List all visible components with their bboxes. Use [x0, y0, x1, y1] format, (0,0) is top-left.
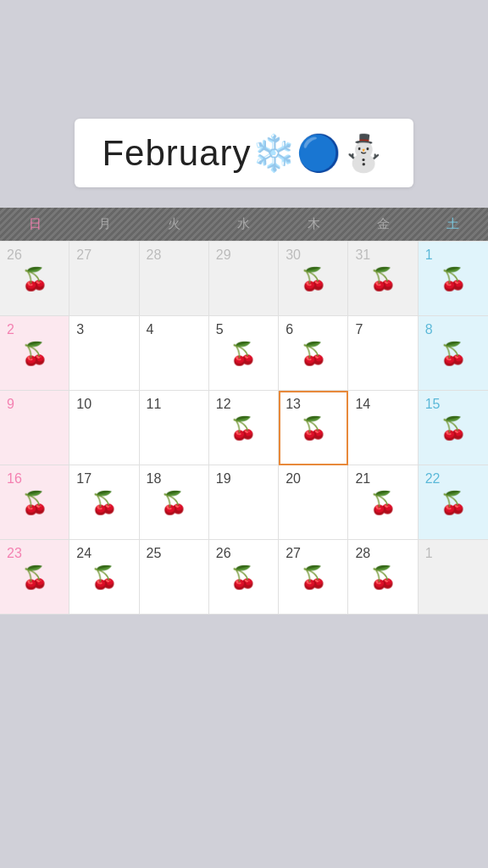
- calendar-cell[interactable]: 22🍒: [419, 465, 488, 540]
- header-monday: 月: [69, 208, 139, 241]
- month-title: February❄️🔵⛄: [102, 132, 385, 174]
- day-number: 26: [216, 545, 231, 561]
- calendar-cell[interactable]: 28: [140, 242, 209, 316]
- header-saturday: 土: [419, 208, 488, 241]
- cherry-icon: 🍒: [369, 268, 396, 290]
- day-number: 11: [147, 396, 162, 412]
- cherry-icon: 🍒: [230, 566, 257, 588]
- weekday-header-row: 日 月 火 水 木 金 土: [0, 208, 488, 241]
- cherry-icon: 🍒: [300, 268, 327, 290]
- calendar-cell[interactable]: 27🍒: [279, 540, 348, 615]
- header-tuesday: 火: [140, 208, 209, 241]
- calendar-cell[interactable]: 14: [348, 391, 418, 465]
- cherry-icon: 🍒: [300, 566, 327, 588]
- day-number: 26: [7, 247, 22, 263]
- calendar-cell[interactable]: 10: [69, 391, 139, 465]
- calendar-cell[interactable]: 5🍒: [209, 316, 279, 391]
- calendar-cell[interactable]: 19: [209, 465, 279, 540]
- cherry-icon: 🍒: [300, 342, 327, 364]
- day-number: 5: [216, 321, 224, 337]
- cherry-icon: 🍒: [440, 268, 467, 290]
- calendar-cell[interactable]: 9: [0, 391, 69, 465]
- calendar-cell[interactable]: 7: [348, 316, 418, 391]
- calendar-cell[interactable]: 29: [209, 242, 279, 316]
- calendar-cell[interactable]: 30🍒: [279, 242, 348, 316]
- day-number: 1: [425, 545, 433, 561]
- month-title-box: February❄️🔵⛄: [75, 119, 413, 187]
- day-number: 9: [7, 396, 14, 412]
- day-number: 29: [216, 247, 231, 263]
- calendar-cell[interactable]: 2🍒: [0, 316, 69, 391]
- day-number: 15: [425, 396, 441, 412]
- header-friday: 金: [348, 208, 418, 241]
- calendar-cell[interactable]: 20: [279, 465, 348, 540]
- day-number: 2: [7, 321, 14, 337]
- calendar-cell[interactable]: 26🍒: [209, 540, 279, 615]
- calendar-cell[interactable]: 1🍒: [419, 242, 488, 316]
- cherry-icon: 🍒: [160, 492, 187, 514]
- day-number: 27: [286, 545, 301, 561]
- day-number: 25: [147, 545, 162, 561]
- day-number: 6: [286, 321, 293, 337]
- day-number: 17: [76, 470, 92, 487]
- day-number: 16: [7, 470, 22, 487]
- cherry-icon: 🍒: [369, 566, 396, 588]
- day-number: 3: [76, 321, 84, 337]
- day-number: 7: [355, 321, 363, 337]
- cherry-icon: 🍒: [21, 492, 48, 514]
- calendar-cell[interactable]: 24🍒: [69, 540, 139, 615]
- calendar-wrapper: 日 月 火 水 木 金 土 26🍒27282930🍒31🍒1🍒2🍒345🍒6🍒7…: [0, 208, 488, 615]
- day-number: 19: [216, 470, 231, 487]
- cherry-icon: 🍒: [440, 417, 467, 439]
- calendar-cell[interactable]: 11: [140, 391, 209, 465]
- calendar-cell[interactable]: 1: [419, 540, 488, 615]
- day-number: 21: [355, 470, 370, 487]
- calendar-cell[interactable]: 26🍒: [0, 242, 69, 316]
- calendar-cell[interactable]: 31🍒: [348, 242, 418, 316]
- cherry-icon: 🍒: [440, 492, 467, 514]
- calendar-cell[interactable]: 17🍒: [69, 465, 139, 540]
- header-wednesday: 水: [209, 208, 279, 241]
- cherry-icon: 🍒: [91, 566, 118, 588]
- calendar-cell[interactable]: 3: [69, 316, 139, 391]
- day-number: 1: [425, 247, 433, 263]
- calendar-cell[interactable]: 13🍒: [279, 391, 348, 465]
- calendar-cell[interactable]: 23🍒: [0, 540, 69, 615]
- day-number: 31: [355, 247, 370, 263]
- day-number: 28: [355, 545, 370, 561]
- calendar-cell[interactable]: 28🍒: [348, 540, 418, 615]
- calendar-cell[interactable]: 6🍒: [279, 316, 348, 391]
- calendar-cell[interactable]: 27: [69, 242, 139, 316]
- day-number: 27: [76, 247, 92, 263]
- cherry-icon: 🍒: [230, 342, 257, 364]
- cherry-icon: 🍒: [230, 417, 257, 439]
- day-number: 4: [147, 321, 154, 337]
- cherry-icon: 🍒: [21, 268, 48, 290]
- day-number: 12: [216, 396, 231, 412]
- header-sunday: 日: [0, 208, 69, 241]
- cherry-icon: 🍒: [440, 342, 467, 364]
- calendar-cell[interactable]: 21🍒: [348, 465, 418, 540]
- calendar-cell[interactable]: 18🍒: [140, 465, 209, 540]
- calendar-cell[interactable]: 16🍒: [0, 465, 69, 540]
- top-spacer: [0, 0, 488, 119]
- cherry-icon: 🍒: [300, 417, 327, 439]
- cherry-icon: 🍒: [91, 492, 118, 514]
- cherry-icon: 🍒: [369, 492, 396, 514]
- day-number: 28: [147, 247, 162, 263]
- day-number: 30: [286, 247, 301, 263]
- cherry-icon: 🍒: [21, 342, 48, 364]
- header-thursday: 木: [279, 208, 348, 241]
- cherry-icon: 🍒: [21, 566, 48, 588]
- calendar-grid: 26🍒27282930🍒31🍒1🍒2🍒345🍒6🍒78🍒9101112🍒13🍒1…: [0, 241, 488, 615]
- calendar-cell[interactable]: 4: [140, 316, 209, 391]
- day-number: 22: [425, 470, 441, 487]
- day-number: 13: [286, 396, 301, 412]
- day-number: 14: [355, 396, 370, 412]
- calendar-cell[interactable]: 15🍒: [419, 391, 488, 465]
- calendar-cell[interactable]: 12🍒: [209, 391, 279, 465]
- calendar-cell[interactable]: 8🍒: [419, 316, 488, 391]
- day-number: 23: [7, 545, 22, 561]
- day-number: 18: [147, 470, 162, 487]
- calendar-cell[interactable]: 25: [140, 540, 209, 615]
